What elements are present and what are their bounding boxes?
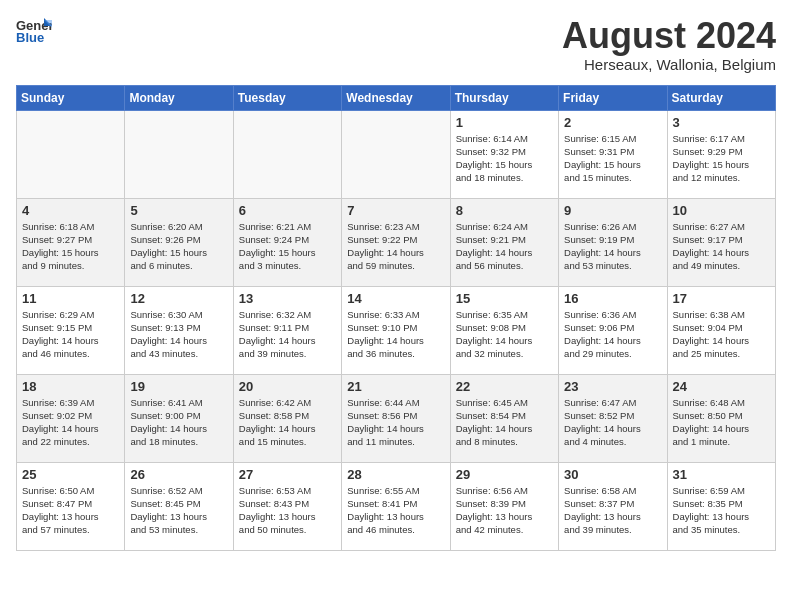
calendar-table: SundayMondayTuesdayWednesdayThursdayFrid…: [16, 85, 776, 551]
calendar-cell: 29Sunrise: 6:56 AM Sunset: 8:39 PM Dayli…: [450, 462, 558, 550]
day-number: 11: [22, 291, 119, 306]
day-number: 9: [564, 203, 661, 218]
calendar-cell: 3Sunrise: 6:17 AM Sunset: 9:29 PM Daylig…: [667, 110, 775, 198]
calendar-cell: 6Sunrise: 6:21 AM Sunset: 9:24 PM Daylig…: [233, 198, 341, 286]
calendar-cell: 11Sunrise: 6:29 AM Sunset: 9:15 PM Dayli…: [17, 286, 125, 374]
day-info: Sunrise: 6:17 AM Sunset: 9:29 PM Dayligh…: [673, 132, 770, 185]
calendar-cell: [125, 110, 233, 198]
day-number: 21: [347, 379, 444, 394]
calendar-cell: 28Sunrise: 6:55 AM Sunset: 8:41 PM Dayli…: [342, 462, 450, 550]
day-info: Sunrise: 6:50 AM Sunset: 8:47 PM Dayligh…: [22, 484, 119, 537]
calendar-cell: 26Sunrise: 6:52 AM Sunset: 8:45 PM Dayli…: [125, 462, 233, 550]
day-number: 13: [239, 291, 336, 306]
day-info: Sunrise: 6:53 AM Sunset: 8:43 PM Dayligh…: [239, 484, 336, 537]
calendar-cell: 24Sunrise: 6:48 AM Sunset: 8:50 PM Dayli…: [667, 374, 775, 462]
day-number: 5: [130, 203, 227, 218]
calendar-cell: 27Sunrise: 6:53 AM Sunset: 8:43 PM Dayli…: [233, 462, 341, 550]
day-info: Sunrise: 6:29 AM Sunset: 9:15 PM Dayligh…: [22, 308, 119, 361]
day-number: 28: [347, 467, 444, 482]
day-number: 14: [347, 291, 444, 306]
day-info: Sunrise: 6:36 AM Sunset: 9:06 PM Dayligh…: [564, 308, 661, 361]
day-info: Sunrise: 6:39 AM Sunset: 9:02 PM Dayligh…: [22, 396, 119, 449]
calendar-cell: 12Sunrise: 6:30 AM Sunset: 9:13 PM Dayli…: [125, 286, 233, 374]
header-row: SundayMondayTuesdayWednesdayThursdayFrid…: [17, 85, 776, 110]
day-info: Sunrise: 6:42 AM Sunset: 8:58 PM Dayligh…: [239, 396, 336, 449]
day-info: Sunrise: 6:59 AM Sunset: 8:35 PM Dayligh…: [673, 484, 770, 537]
day-info: Sunrise: 6:33 AM Sunset: 9:10 PM Dayligh…: [347, 308, 444, 361]
day-number: 15: [456, 291, 553, 306]
day-info: Sunrise: 6:15 AM Sunset: 9:31 PM Dayligh…: [564, 132, 661, 185]
calendar-cell: 25Sunrise: 6:50 AM Sunset: 8:47 PM Dayli…: [17, 462, 125, 550]
col-header-wednesday: Wednesday: [342, 85, 450, 110]
col-header-sunday: Sunday: [17, 85, 125, 110]
calendar-cell: 15Sunrise: 6:35 AM Sunset: 9:08 PM Dayli…: [450, 286, 558, 374]
calendar-week-1: 1Sunrise: 6:14 AM Sunset: 9:32 PM Daylig…: [17, 110, 776, 198]
calendar-cell: [233, 110, 341, 198]
svg-text:Blue: Blue: [16, 30, 44, 44]
calendar-body: 1Sunrise: 6:14 AM Sunset: 9:32 PM Daylig…: [17, 110, 776, 550]
day-number: 31: [673, 467, 770, 482]
day-info: Sunrise: 6:24 AM Sunset: 9:21 PM Dayligh…: [456, 220, 553, 273]
day-info: Sunrise: 6:21 AM Sunset: 9:24 PM Dayligh…: [239, 220, 336, 273]
day-info: Sunrise: 6:52 AM Sunset: 8:45 PM Dayligh…: [130, 484, 227, 537]
calendar-cell: 18Sunrise: 6:39 AM Sunset: 9:02 PM Dayli…: [17, 374, 125, 462]
calendar-cell: 5Sunrise: 6:20 AM Sunset: 9:26 PM Daylig…: [125, 198, 233, 286]
calendar-cell: 4Sunrise: 6:18 AM Sunset: 9:27 PM Daylig…: [17, 198, 125, 286]
day-number: 23: [564, 379, 661, 394]
day-info: Sunrise: 6:14 AM Sunset: 9:32 PM Dayligh…: [456, 132, 553, 185]
day-info: Sunrise: 6:18 AM Sunset: 9:27 PM Dayligh…: [22, 220, 119, 273]
calendar-cell: 30Sunrise: 6:58 AM Sunset: 8:37 PM Dayli…: [559, 462, 667, 550]
day-info: Sunrise: 6:26 AM Sunset: 9:19 PM Dayligh…: [564, 220, 661, 273]
day-info: Sunrise: 6:20 AM Sunset: 9:26 PM Dayligh…: [130, 220, 227, 273]
day-info: Sunrise: 6:56 AM Sunset: 8:39 PM Dayligh…: [456, 484, 553, 537]
calendar-week-5: 25Sunrise: 6:50 AM Sunset: 8:47 PM Dayli…: [17, 462, 776, 550]
calendar-cell: 21Sunrise: 6:44 AM Sunset: 8:56 PM Dayli…: [342, 374, 450, 462]
day-number: 3: [673, 115, 770, 130]
col-header-tuesday: Tuesday: [233, 85, 341, 110]
day-number: 16: [564, 291, 661, 306]
day-info: Sunrise: 6:38 AM Sunset: 9:04 PM Dayligh…: [673, 308, 770, 361]
calendar-cell: 16Sunrise: 6:36 AM Sunset: 9:06 PM Dayli…: [559, 286, 667, 374]
calendar-week-3: 11Sunrise: 6:29 AM Sunset: 9:15 PM Dayli…: [17, 286, 776, 374]
day-number: 29: [456, 467, 553, 482]
day-info: Sunrise: 6:35 AM Sunset: 9:08 PM Dayligh…: [456, 308, 553, 361]
day-number: 26: [130, 467, 227, 482]
day-info: Sunrise: 6:45 AM Sunset: 8:54 PM Dayligh…: [456, 396, 553, 449]
calendar-cell: 2Sunrise: 6:15 AM Sunset: 9:31 PM Daylig…: [559, 110, 667, 198]
day-number: 1: [456, 115, 553, 130]
day-info: Sunrise: 6:55 AM Sunset: 8:41 PM Dayligh…: [347, 484, 444, 537]
calendar-cell: 1Sunrise: 6:14 AM Sunset: 9:32 PM Daylig…: [450, 110, 558, 198]
calendar-header: SundayMondayTuesdayWednesdayThursdayFrid…: [17, 85, 776, 110]
calendar-cell: 13Sunrise: 6:32 AM Sunset: 9:11 PM Dayli…: [233, 286, 341, 374]
day-number: 6: [239, 203, 336, 218]
calendar-cell: 23Sunrise: 6:47 AM Sunset: 8:52 PM Dayli…: [559, 374, 667, 462]
day-number: 7: [347, 203, 444, 218]
calendar-cell: 14Sunrise: 6:33 AM Sunset: 9:10 PM Dayli…: [342, 286, 450, 374]
calendar-week-4: 18Sunrise: 6:39 AM Sunset: 9:02 PM Dayli…: [17, 374, 776, 462]
page-header: General Blue August 2024 Herseaux, Wallo…: [16, 16, 776, 73]
day-number: 27: [239, 467, 336, 482]
day-number: 18: [22, 379, 119, 394]
location-subtitle: Herseaux, Wallonia, Belgium: [562, 56, 776, 73]
logo: General Blue: [16, 16, 52, 44]
col-header-saturday: Saturday: [667, 85, 775, 110]
day-info: Sunrise: 6:30 AM Sunset: 9:13 PM Dayligh…: [130, 308, 227, 361]
calendar-cell: 17Sunrise: 6:38 AM Sunset: 9:04 PM Dayli…: [667, 286, 775, 374]
day-info: Sunrise: 6:27 AM Sunset: 9:17 PM Dayligh…: [673, 220, 770, 273]
day-info: Sunrise: 6:32 AM Sunset: 9:11 PM Dayligh…: [239, 308, 336, 361]
logo-icon: General Blue: [16, 16, 52, 44]
col-header-monday: Monday: [125, 85, 233, 110]
month-title: August 2024: [562, 16, 776, 56]
calendar-cell: 7Sunrise: 6:23 AM Sunset: 9:22 PM Daylig…: [342, 198, 450, 286]
calendar-cell: 22Sunrise: 6:45 AM Sunset: 8:54 PM Dayli…: [450, 374, 558, 462]
day-info: Sunrise: 6:23 AM Sunset: 9:22 PM Dayligh…: [347, 220, 444, 273]
day-number: 8: [456, 203, 553, 218]
day-number: 10: [673, 203, 770, 218]
calendar-cell: 19Sunrise: 6:41 AM Sunset: 9:00 PM Dayli…: [125, 374, 233, 462]
calendar-cell: 10Sunrise: 6:27 AM Sunset: 9:17 PM Dayli…: [667, 198, 775, 286]
day-number: 2: [564, 115, 661, 130]
day-info: Sunrise: 6:47 AM Sunset: 8:52 PM Dayligh…: [564, 396, 661, 449]
title-block: August 2024 Herseaux, Wallonia, Belgium: [562, 16, 776, 73]
day-number: 17: [673, 291, 770, 306]
day-number: 22: [456, 379, 553, 394]
